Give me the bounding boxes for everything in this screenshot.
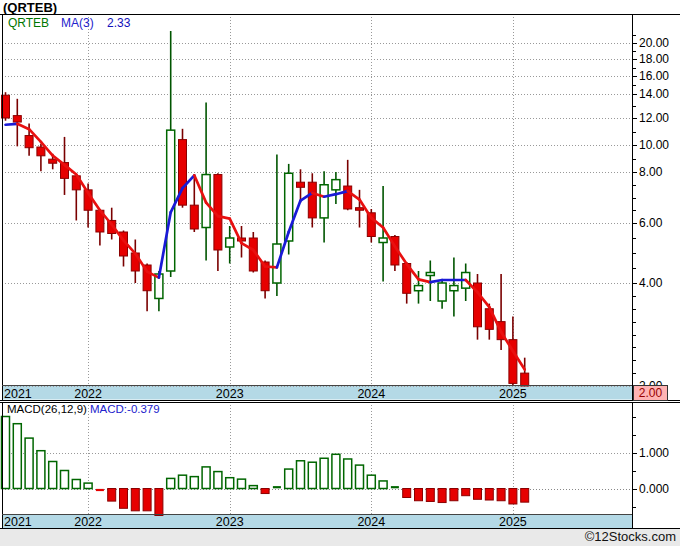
macd-bar-positive — [320, 458, 328, 488]
candle-body — [415, 286, 423, 291]
last-price-badge: 2.00 — [633, 385, 668, 401]
macd-bar-positive — [84, 483, 92, 488]
year-label: 2025 — [499, 387, 527, 401]
macd-bar-positive — [202, 467, 210, 489]
candle-body — [438, 283, 446, 301]
macd-bar-positive — [285, 469, 293, 488]
price-tick-label: 18.00 — [639, 52, 669, 66]
year-label: 2024 — [357, 387, 385, 401]
macd-bar-positive — [356, 465, 364, 488]
macd-bar-positive — [249, 486, 257, 489]
macd-bar-positive — [13, 424, 21, 489]
candle-body — [25, 136, 33, 148]
macd-bar-positive — [61, 471, 69, 489]
price-tick-label: 4.00 — [639, 276, 663, 290]
candle-body — [332, 180, 340, 190]
candle-body — [190, 205, 198, 229]
macd-bar-positive — [332, 454, 340, 488]
candle-body — [356, 208, 364, 211]
macd-bar-negative — [521, 489, 529, 503]
macd-bar-negative — [462, 489, 470, 496]
macd-bar-negative — [155, 489, 163, 516]
macd-bar-negative — [415, 489, 423, 501]
candle-body — [167, 130, 175, 271]
chart-canvas[interactable]: 20.0018.0016.0014.0012.0010.008.006.004.… — [0, 0, 680, 546]
candle-body — [308, 182, 316, 218]
macd-bar-negative — [120, 489, 128, 509]
year-label-macd: 2023 — [216, 515, 244, 529]
candle-body — [49, 159, 57, 163]
macd-bar-positive — [72, 480, 80, 489]
legend-symbol: QRTEB — [8, 17, 49, 29]
macd-bar-negative — [143, 489, 151, 511]
ma-line-segment — [6, 124, 18, 125]
macd-bar-positive — [25, 438, 33, 488]
macd-bar-positive — [308, 462, 316, 488]
macd-bar-negative — [509, 489, 517, 504]
macd-bar-positive — [167, 478, 175, 488]
ma-line-segment — [265, 267, 277, 268]
macd-bar-positive — [344, 459, 352, 489]
macd-bar-negative — [403, 489, 411, 498]
macd-bar-positive — [190, 477, 198, 489]
candle-body — [320, 185, 328, 218]
macd-bar-negative — [108, 489, 116, 502]
macd-bar-positive — [297, 461, 305, 489]
bottom-strip — [0, 529, 680, 546]
macd-bar-positive — [179, 475, 187, 488]
macd-bar-dash — [96, 489, 104, 491]
macd-bar-negative — [426, 489, 434, 502]
candle-body — [521, 373, 529, 386]
macd-bar-negative — [450, 489, 458, 501]
candle-body — [344, 186, 352, 209]
macd-bar-negative — [438, 489, 446, 503]
macd-bar-negative — [474, 489, 482, 500]
macd-bar-positive — [49, 462, 57, 489]
macd-bar-negative — [497, 489, 505, 501]
year-label-macd: 2021 — [4, 515, 32, 529]
year-label: 2021 — [4, 387, 32, 401]
macd-bar-positive — [379, 481, 387, 489]
macd-bar-dash — [391, 486, 399, 488]
legend-ma-value: 2.33 — [107, 17, 130, 29]
copyright-link[interactable]: ©12Stocks.com — [585, 530, 676, 543]
macd-bar-positive — [226, 478, 234, 489]
price-tick-label: 12.00 — [639, 111, 669, 125]
macd-bar-negative — [131, 489, 139, 511]
macd-tick-label: 0.000 — [639, 482, 669, 496]
page-title: (QRTEB) — [3, 1, 57, 14]
year-label-macd: 2022 — [74, 515, 102, 529]
candle-body — [426, 273, 434, 276]
candle-body — [13, 116, 21, 122]
price-tick-label: 16.00 — [639, 69, 669, 83]
macd-bar-negative — [261, 489, 269, 494]
candle-body — [226, 238, 234, 247]
candle-body — [379, 238, 387, 243]
candle-body — [450, 286, 458, 291]
macd-bar-positive — [214, 472, 222, 489]
price-tick-label: 14.00 — [639, 87, 669, 101]
candle-body — [297, 182, 305, 187]
chart-window: 20.0018.0016.0014.0012.0010.008.006.004.… — [0, 0, 680, 546]
macd-bar-dash — [273, 486, 281, 488]
macd-legend-value: MACD:-0.379 — [90, 404, 160, 416]
year-label: 2022 — [74, 387, 102, 401]
legend-ma-label: MA(3) — [61, 17, 94, 29]
price-tick-label: 6.00 — [639, 216, 663, 230]
macd-bar-positive — [367, 475, 375, 488]
year-label: 2023 — [216, 387, 244, 401]
price-tick-label: 10.00 — [639, 138, 669, 152]
macd-bar-negative — [485, 489, 493, 501]
macd-tick-label: 1.000 — [639, 446, 669, 460]
year-label-macd: 2024 — [357, 515, 385, 529]
year-label-macd: 2025 — [499, 515, 527, 529]
price-tick-label: 20.00 — [639, 36, 669, 50]
candle-body — [37, 147, 45, 156]
macd-bar-positive — [37, 451, 45, 489]
price-tick-label: 8.00 — [639, 165, 663, 179]
macd-legend-label: MACD(26,12,9) — [7, 404, 87, 416]
macd-bar-positive — [238, 479, 246, 488]
